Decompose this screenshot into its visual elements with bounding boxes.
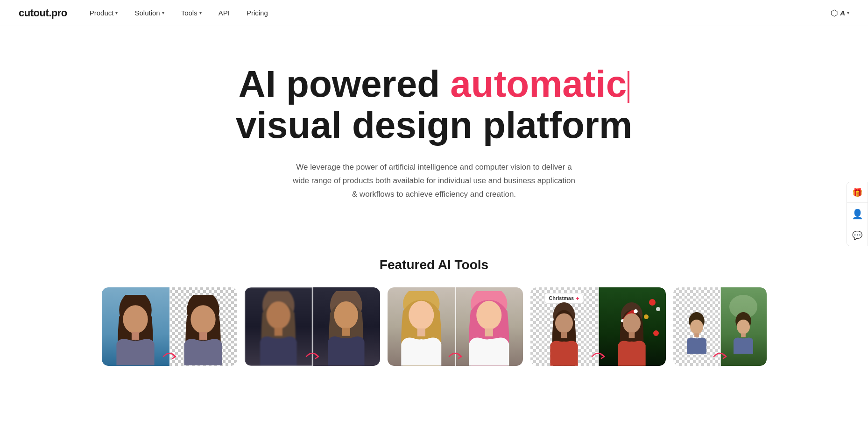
tool-card-2[interactable]: [245, 287, 380, 366]
person-dark-svg: [248, 291, 309, 366]
card2-after: [312, 287, 380, 366]
svg-rect-2: [132, 332, 139, 340]
card5-outdoor-bg: [720, 287, 767, 366]
nav-api[interactable]: API: [219, 9, 230, 17]
nav-solution-chevron: ▾: [162, 10, 164, 15]
baby-svg: [680, 299, 713, 366]
pink-hair-svg: [459, 291, 520, 366]
card1-after: [169, 287, 237, 366]
nav-api-label: API: [219, 9, 230, 17]
card2-arrow: [305, 349, 319, 361]
card1-arrow: [162, 349, 176, 361]
svg-point-10: [334, 301, 358, 329]
card4-checkered: Christmas +: [530, 287, 598, 366]
language-button[interactable]: ⬡ A ▾: [831, 8, 849, 18]
svg-point-16: [476, 301, 501, 329]
card4-after: [598, 287, 666, 366]
svg-point-4: [191, 306, 215, 334]
svg-point-30: [737, 320, 750, 334]
person-svg: [108, 295, 162, 365]
svg-point-19: [555, 313, 573, 333]
nav-product[interactable]: Product ▾: [90, 9, 118, 17]
photo-dark-after: [312, 287, 380, 366]
sidebar-user-button[interactable]: 👤: [847, 204, 868, 224]
hero-subtitle: We leverage the power of artificial inte…: [289, 161, 579, 201]
featured-section: Featured AI Tools: [0, 248, 868, 366]
svg-point-23: [634, 309, 637, 313]
nav-pricing-label: Pricing: [247, 9, 268, 17]
lang-label: A: [840, 9, 845, 17]
card3-after: [455, 287, 523, 366]
hero-title: AI powered automatic visual design platf…: [236, 64, 632, 146]
cursor-bar: [628, 71, 629, 103]
tool-card-3[interactable]: [388, 287, 523, 366]
hero-title-part1: AI powered: [239, 63, 450, 105]
sidebar-chat-button[interactable]: 💬: [847, 225, 868, 246]
tool-card-1[interactable]: [102, 287, 237, 366]
tools-row: Christmas +: [19, 287, 849, 366]
navbar: cutout.pro Product ▾ Solution ▾ Tools ▾ …: [0, 0, 868, 26]
card5-arrow: [713, 349, 727, 361]
checkered-bg: [169, 287, 237, 366]
blonde-before-svg: [391, 291, 452, 366]
card4-xmas-bg: [598, 287, 666, 366]
card4-arrow: [591, 349, 605, 361]
card1-before: [102, 287, 169, 366]
nav-product-label: Product: [90, 9, 114, 17]
svg-rect-17: [485, 328, 493, 336]
chat-icon: 💬: [852, 230, 862, 241]
gift-icon: 🎁: [852, 187, 862, 198]
hero-title-highlight: automatic: [450, 63, 629, 105]
nav-links: Product ▾ Solution ▾ Tools ▾ API Pricing: [90, 9, 831, 17]
svg-rect-5: [199, 332, 207, 340]
svg-rect-25: [629, 332, 635, 338]
photo-dark-before: [245, 287, 312, 366]
nav-right: ⬡ A ▾: [831, 8, 849, 18]
christmas-text: Christmas: [549, 295, 574, 301]
nav-pricing[interactable]: Pricing: [247, 9, 268, 17]
hero-section: AI powered automatic visual design platf…: [0, 26, 868, 248]
svg-point-13: [409, 301, 434, 329]
baby-outdoor-svg: [727, 299, 760, 366]
tool-card-5[interactable]: [673, 287, 767, 366]
card2-before: [245, 287, 312, 366]
child-xmas-svg: [605, 301, 659, 366]
svg-point-24: [623, 313, 641, 333]
nav-solution[interactable]: Solution ▾: [134, 9, 164, 17]
sidebar-gift-button[interactable]: 🎁: [847, 182, 868, 203]
card3-before: [388, 287, 455, 366]
svg-rect-20: [561, 332, 567, 338]
nav-tools-label: Tools: [181, 9, 198, 17]
card4-before: Christmas +: [530, 287, 598, 366]
site-logo[interactable]: cutout.pro: [19, 7, 67, 19]
featured-title: Featured AI Tools: [19, 257, 849, 272]
logo-text: cutout.pro: [19, 7, 67, 19]
christmas-plus: +: [576, 295, 579, 302]
card5-after: [720, 287, 767, 366]
child-svg: [537, 301, 591, 366]
nav-tools-chevron: ▾: [199, 10, 202, 15]
svg-rect-14: [417, 328, 425, 336]
user-icon: 👤: [852, 208, 863, 220]
translate-icon: ⬡: [831, 8, 838, 18]
photo-studio-after: [455, 287, 523, 366]
nav-tools[interactable]: Tools ▾: [181, 9, 202, 17]
lang-chevron: ▾: [847, 10, 849, 15]
photo-studio-before: [388, 287, 455, 366]
svg-point-1: [123, 306, 148, 334]
right-sidebar: 🎁 👤 💬: [847, 182, 868, 246]
svg-rect-31: [741, 333, 746, 337]
nav-solution-label: Solution: [134, 9, 160, 17]
tool-card-4[interactable]: Christmas +: [530, 287, 666, 366]
photo-bg-before: [102, 287, 169, 366]
hero-title-part2: visual design platform: [236, 104, 632, 146]
svg-rect-28: [694, 333, 699, 337]
svg-point-7: [266, 301, 290, 329]
person-svg-after: [176, 295, 230, 365]
svg-rect-11: [342, 328, 350, 336]
svg-rect-8: [274, 328, 282, 336]
svg-point-27: [690, 320, 703, 334]
person-dark-svg-sharp: [316, 291, 377, 366]
card3-arrow: [448, 349, 462, 361]
nav-product-chevron: ▾: [115, 10, 118, 15]
